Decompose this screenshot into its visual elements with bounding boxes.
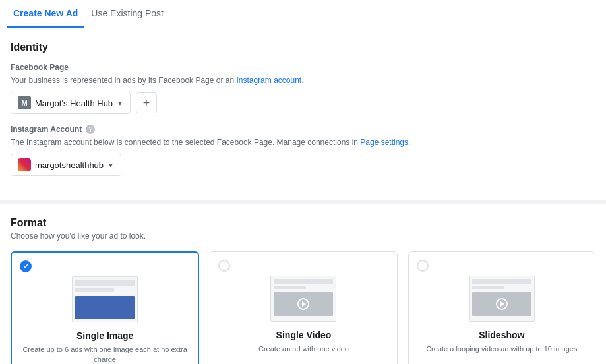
chevron-down-icon: ▼ [117,100,123,107]
facebook-page-description: Your business is represented in ads by i… [11,75,595,86]
video-area [274,292,333,316]
instagram-account-dropdown[interactable]: margotshealthhub ▼ [11,154,121,176]
facebook-page-row: M Margot's Health Hub ▼ + [11,92,595,114]
add-page-button[interactable]: + [136,92,157,113]
facebook-page-label: Facebook Page [11,63,595,72]
chevron-down-icon-2: ▼ [107,162,114,169]
page-icon: M [18,96,31,109]
instagram-account-row: margotshealthhub ▼ [11,154,595,176]
single-video-desc: Create an ad with one video [221,344,386,354]
tabs-bar: Create New Ad Use Existing Post [0,0,606,28]
instagram-label-row: Instagram Account ? [11,125,595,134]
radio-single-video[interactable] [218,260,230,272]
play-icon [297,298,309,310]
slideshow-title: Slideshow [419,330,584,340]
radio-slideshow[interactable] [417,260,429,272]
tab-create-new-ad[interactable]: Create New Ad [7,0,84,28]
instagram-account-label: Instagram Account [11,125,82,134]
format-card-single-video[interactable]: Single Video Create an ad with one video [210,251,397,364]
identity-section: Identity Facebook Page Your business is … [0,28,606,200]
format-section: Format Choose how you'd like your ad to … [0,200,606,364]
identity-title: Identity [11,42,595,53]
instagram-description: The Instagram account below is connected… [11,136,595,148]
slideshow-visual [419,276,584,322]
help-icon[interactable]: ? [86,125,95,134]
radio-single-image[interactable] [20,260,32,272]
instagram-avatar [18,158,31,171]
format-card-single-image[interactable]: Single Image Create up to 6 ads with one… [11,251,199,364]
slideshow-desc: Create a looping video ad with up to 10 … [419,344,584,354]
format-title: Format [11,217,595,229]
instagram-account-link[interactable]: Instagram account [236,76,301,85]
single-image-desc: Create up to 6 ads with one image each a… [22,345,187,364]
video-mockup [270,276,336,322]
format-cards: Single Image Create up to 6 ads with one… [11,251,595,364]
page-settings-link[interactable]: Page settings [360,138,408,147]
format-subtitle: Choose how you'd like your ad to look. [11,231,595,241]
single-video-title: Single Video [221,330,386,340]
single-image-title: Single Image [22,330,187,341]
image-mockup [72,276,138,322]
instagram-account-name: margotshealthhub [35,160,104,170]
facebook-page-dropdown[interactable]: M Margot's Health Hub ▼ [11,92,131,114]
format-card-slideshow[interactable]: Slideshow Create a looping video ad with… [408,251,595,364]
single-image-visual [22,276,187,322]
page-wrapper: Create New Ad Use Existing Post Identity… [0,0,606,364]
play-icon-slideshow [496,298,508,310]
facebook-page-name: Margot's Health Hub [35,98,113,108]
tab-use-existing-post[interactable]: Use Existing Post [84,0,170,28]
slideshow-area [472,292,531,316]
single-video-visual [221,276,386,322]
slideshow-mockup [469,276,535,322]
